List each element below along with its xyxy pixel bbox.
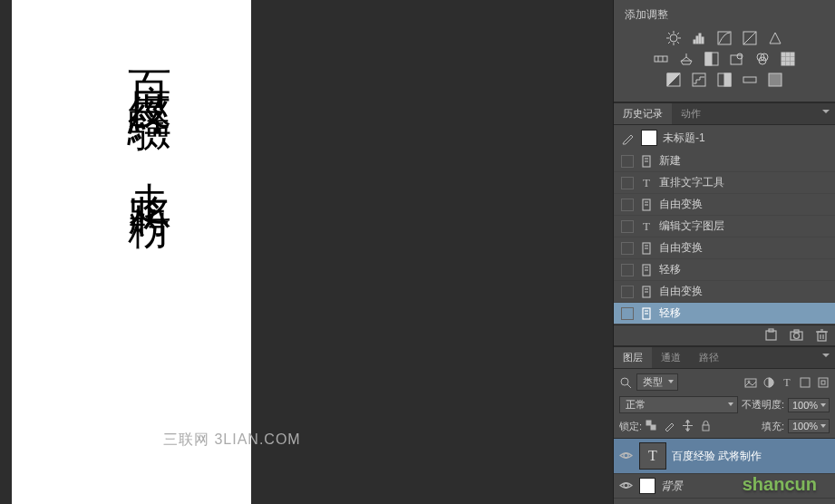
tab-paths[interactable]: 路径	[690, 347, 728, 368]
filter-smart-icon[interactable]	[817, 376, 830, 389]
color-balance-icon[interactable]	[678, 51, 694, 67]
tab-history[interactable]: 历史记录	[614, 103, 672, 124]
lock-position-icon[interactable]	[682, 420, 694, 432]
svg-rect-41	[724, 73, 731, 86]
filter-type-dropdown[interactable]: 类型	[636, 373, 678, 391]
history-item[interactable]: T 直排文字工具	[614, 172, 835, 194]
svg-rect-32	[786, 57, 790, 61]
exposure-icon[interactable]	[742, 30, 758, 46]
svg-rect-11	[699, 34, 701, 44]
svg-marker-16	[770, 33, 781, 44]
svg-line-7	[668, 42, 670, 44]
opacity-input[interactable]: 100%	[788, 398, 830, 412]
svg-rect-43	[769, 73, 782, 86]
selective-color-icon[interactable]	[767, 72, 783, 88]
color-lookup-icon[interactable]	[780, 51, 796, 67]
threshold-icon[interactable]	[716, 72, 733, 88]
tab-channels[interactable]: 通道	[652, 347, 690, 368]
history-list: 新建 T 直排文字工具 自由变换 T 编辑文字图层 自由变换 轻移	[614, 150, 835, 325]
blend-mode-dropdown[interactable]: 正常	[619, 396, 738, 413]
history-document-row[interactable]: 未标题-1	[614, 125, 835, 150]
panel-menu-icon[interactable]	[819, 107, 831, 116]
document-icon	[639, 263, 654, 277]
svg-point-0	[670, 34, 677, 42]
history-item[interactable]: 轻移	[614, 259, 835, 281]
curves-icon[interactable]	[716, 30, 733, 46]
svg-rect-79	[821, 381, 825, 384]
layer-thumbnail-text: T	[639, 442, 666, 470]
gradient-map-icon[interactable]	[742, 72, 758, 88]
levels-icon[interactable]	[691, 30, 707, 46]
create-snapshot-icon[interactable]	[790, 328, 804, 343]
svg-rect-29	[786, 53, 790, 56]
history-item-label: 新建	[659, 153, 828, 169]
lock-all-icon[interactable]	[700, 420, 713, 432]
svg-rect-77	[801, 378, 810, 387]
svg-line-6	[677, 42, 679, 44]
history-item[interactable]: 自由变换	[614, 237, 835, 259]
history-brush-icon	[621, 131, 636, 145]
svg-rect-12	[702, 37, 704, 44]
hue-saturation-icon[interactable]	[653, 51, 669, 67]
brightness-contrast-icon[interactable]	[665, 30, 682, 46]
history-snapshot-checkbox[interactable]	[621, 177, 634, 189]
history-item-label: 自由变换	[659, 284, 828, 299]
svg-rect-9	[694, 40, 695, 44]
canvas-area: 百度經驗 走將粉 三联网 3LIAN.COM	[0, 0, 613, 504]
site-watermark: shancun	[743, 474, 817, 495]
layer-name: 背景	[661, 479, 683, 494]
black-white-icon[interactable]	[704, 51, 720, 67]
vertical-text-content: 百度經驗 走將粉	[121, 36, 179, 186]
lock-transparent-icon[interactable]	[646, 420, 658, 432]
layer-thumbnail-bg	[639, 478, 655, 494]
document-canvas[interactable]: 百度經驗 走將粉	[12, 0, 251, 504]
fill-label: 填充:	[762, 420, 784, 433]
svg-line-15	[743, 32, 756, 44]
panel-menu-icon[interactable]	[819, 351, 831, 360]
posterize-icon[interactable]	[691, 72, 707, 88]
filter-shape-icon[interactable]	[799, 376, 811, 389]
visibility-toggle-icon[interactable]	[619, 449, 634, 463]
history-snapshot-checkbox[interactable]	[621, 242, 634, 255]
history-item[interactable]: 自由变换	[614, 281, 835, 303]
svg-rect-67	[818, 332, 826, 341]
filter-pixel-icon[interactable]	[744, 376, 757, 389]
layer-item[interactable]: T 百度经验 武将制作	[614, 439, 835, 474]
lock-pixels-icon[interactable]	[664, 420, 676, 432]
history-snapshot-checkbox[interactable]	[621, 220, 634, 233]
delete-state-icon[interactable]	[815, 328, 830, 343]
create-document-from-state-icon[interactable]	[764, 328, 779, 343]
filter-adjustment-icon[interactable]	[762, 376, 775, 389]
document-icon	[639, 306, 654, 321]
history-snapshot-checkbox[interactable]	[621, 286, 634, 298]
photo-filter-icon[interactable]	[729, 51, 745, 67]
history-snapshot-checkbox[interactable]	[621, 155, 634, 168]
svg-rect-33	[791, 57, 794, 61]
fill-input[interactable]: 100%	[788, 419, 830, 433]
history-snapshot-checkbox[interactable]	[621, 199, 634, 211]
visibility-toggle-icon[interactable]	[619, 479, 634, 493]
tab-actions[interactable]: 动作	[672, 103, 710, 124]
history-snapshot-checkbox[interactable]	[621, 307, 634, 320]
history-footer	[614, 325, 835, 346]
svg-point-65	[794, 334, 800, 339]
svg-rect-23	[731, 55, 742, 64]
svg-rect-35	[786, 62, 790, 65]
tab-layers[interactable]: 图层	[614, 347, 652, 368]
svg-rect-80	[646, 421, 651, 425]
document-thumbnail	[641, 130, 657, 146]
filter-type-icon[interactable]: T	[781, 376, 793, 389]
history-item[interactable]: 新建	[614, 150, 835, 172]
svg-rect-22	[705, 53, 712, 65]
history-item[interactable]: 自由变换	[614, 194, 835, 216]
document-icon	[639, 154, 654, 169]
history-item[interactable]: T 编辑文字图层	[614, 216, 835, 237]
layer-controls: 类型 T 正常 不透明度: 100% 锁定: 填充: 10	[614, 369, 835, 439]
history-snapshot-checkbox[interactable]	[621, 264, 634, 276]
history-item[interactable]: 轻移	[614, 303, 835, 325]
channel-mixer-icon[interactable]	[754, 51, 771, 67]
vibrance-icon[interactable]	[767, 30, 783, 46]
document-title: 未标题-1	[663, 131, 828, 146]
invert-icon[interactable]	[665, 72, 682, 88]
svg-rect-31	[782, 57, 785, 61]
